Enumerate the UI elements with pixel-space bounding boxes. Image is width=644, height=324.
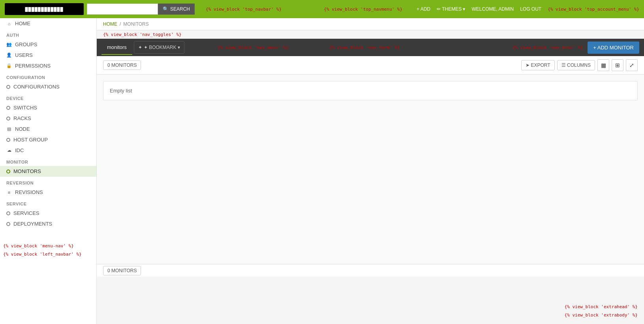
search-icon: 🔍 <box>163 6 169 12</box>
user-icon: 👤 <box>6 53 12 58</box>
sidebar-item-users[interactable]: 👤 USERS <box>0 50 96 60</box>
idc-icon: ☁ <box>6 148 12 153</box>
view-grid-button[interactable]: ▦ <box>597 59 609 71</box>
sidebar-item-deployments[interactable]: DEPLOYMENTS <box>0 219 96 229</box>
logout-link[interactable]: LOG OUT <box>520 6 541 12</box>
sidebar-section-auth: AUTH <box>0 29 96 39</box>
bottom-bar: 0 MONITORS <box>97 264 644 277</box>
action-bar-right: ➤ EXPORT ☰ COLUMNS ▦ ⊞ ⤢ <box>521 59 638 71</box>
annotation-top-navmenu: {% view_block 'top_navmenu' %} <box>324 7 402 12</box>
configurations-label: CONFIGURATIONS <box>13 84 60 90</box>
racks-icon <box>6 117 10 121</box>
sidebar-item-monitors[interactable]: MONITORS <box>0 166 96 177</box>
add-monitor-button[interactable]: + ADD MONITOR <box>588 41 639 54</box>
search-box: 🔍 SEARCH <box>87 4 195 15</box>
search-input[interactable] <box>87 4 158 15</box>
main-content: HOME / MONITORS {% view_block 'nav_toggl… <box>97 18 644 324</box>
sidebar-section-monitor: MONITOR <box>0 156 96 166</box>
nav-tabs-left: monitors ✦ ✦ BOOKMARK ▾ {% view_block 'n… <box>101 40 400 55</box>
columns-button[interactable]: ☰ COLUMNS <box>557 60 595 70</box>
sidebar-item-services[interactable]: SERVICES <box>0 208 96 219</box>
sidebar-item-home[interactable]: HOME <box>0 18 96 29</box>
monitors-icon <box>6 170 10 173</box>
add-link[interactable]: + ADD <box>417 6 430 12</box>
annotation-left-navbar: {% view_block 'left_navbar' %} <box>3 252 93 257</box>
top-navbar: ████████████ 🔍 SEARCH {% view_block 'top… <box>0 0 644 18</box>
breadcrumb-sep: / <box>120 21 121 27</box>
view-list-button[interactable]: ⊞ <box>612 59 623 71</box>
racks-label: RACKS <box>13 115 31 121</box>
group-icon: 👥 <box>6 42 12 47</box>
breadcrumb-current: MONITORS <box>123 21 148 27</box>
groups-label: GROUPS <box>15 41 37 47</box>
services-label: SERVICES <box>13 210 39 216</box>
annotation-menu-nav: {% view_block 'menu-nav' %} <box>3 243 93 249</box>
annotation-top-account: {% view_block 'top_account_menu' %} <box>548 7 639 12</box>
tab-bookmark[interactable]: ✦ ✦ BOOKMARK ▾ <box>134 41 184 54</box>
deployments-icon <box>6 222 10 226</box>
switchs-label: SWITCHS <box>13 105 37 111</box>
empty-list-message: Empty list <box>110 88 132 94</box>
sidebar-section-service: SERVICE <box>0 198 96 208</box>
sidebar-item-groups[interactable]: 👥 GROUPS <box>0 39 96 50</box>
idc-label: IDC <box>15 147 24 153</box>
users-label: USERS <box>15 52 33 58</box>
nav-right: {% view_block 'nav_btns' %} + ADD MONITO… <box>512 41 639 54</box>
sidebar-item-configurations[interactable]: CONFIGURATIONS <box>0 81 96 92</box>
search-label: SEARCH <box>170 6 190 12</box>
bookmark-label: ✦ BOOKMARK ▾ <box>144 45 180 50</box>
content-area: Empty list <box>97 75 644 264</box>
sidebar: HOME AUTH 👥 GROUPS 👤 USERS 🔒 PERMISSIONS… <box>0 18 97 324</box>
monitors-count-badge: 0 MONITORS <box>103 60 141 70</box>
sidebar-item-permissions[interactable]: 🔒 PERMISSIONS <box>0 60 96 71</box>
services-icon <box>6 211 10 215</box>
bookmark-icon: ✦ <box>138 45 142 50</box>
footer-right-annotations: {% view_block 'extrahead' %} {% view_blo… <box>565 304 638 318</box>
welcome-link[interactable]: WELCOME, ADMIN <box>472 6 514 12</box>
hostgroup-label: HOST GROUP <box>13 137 48 143</box>
sidebar-item-hostgroup[interactable]: HOST GROUP <box>0 134 96 145</box>
sidebar-item-idc[interactable]: ☁ IDC <box>0 145 96 156</box>
navbar-left: ████████████ 🔍 SEARCH {% view_block 'top… <box>5 3 282 15</box>
view-expand-button[interactable]: ⤢ <box>626 59 638 71</box>
configurations-icon <box>6 85 10 89</box>
annotation-top-navbar: {% view_block 'top_navbar' %} <box>206 7 282 12</box>
tab-monitors[interactable]: monitors <box>101 40 132 55</box>
navbar-right: {% view_block 'top_navmenu' %} + ADD ✏ T… <box>324 6 639 12</box>
action-bar-left: 0 MONITORS <box>103 60 141 70</box>
export-button[interactable]: ➤ EXPORT <box>521 60 554 70</box>
home-icon <box>6 21 12 26</box>
permissions-label: PERMISSIONS <box>15 63 51 69</box>
bottom-count-badge: 0 MONITORS <box>103 266 141 275</box>
sidebar-item-racks[interactable]: RACKS <box>0 113 96 124</box>
annotation-nav-toggles: {% view_block 'nav_toggles' %} <box>103 32 182 37</box>
sidebar-footer-annotations: {% view_block 'menu-nav' %} {% view_bloc… <box>0 237 96 263</box>
revisions-label: REVISIONS <box>15 189 43 195</box>
lock-icon: 🔒 <box>6 63 12 69</box>
annotation-nav-menu: {% view_block 'nav_menu' %} <box>218 45 288 50</box>
sidebar-section-configuration: CONFIGURATION <box>0 71 96 81</box>
annotation-extrabody: {% view_block 'extrabody' %} <box>565 313 638 318</box>
nav-tabs-bar: monitors ✦ ✦ BOOKMARK ▾ {% view_block 'n… <box>97 39 644 56</box>
revisions-icon: ≡ <box>6 190 12 195</box>
empty-list-panel: Empty list <box>103 81 638 100</box>
switchs-icon <box>6 106 10 110</box>
breadcrumb-home[interactable]: HOME <box>103 21 117 27</box>
sidebar-section-reversion: REVERSION <box>0 177 96 187</box>
annotation-area-nav-toggles: {% view_block 'nav_toggles' %} <box>97 30 644 39</box>
themes-link[interactable]: ✏ THEMES ▾ <box>437 6 465 12</box>
footer-annotations: {% view_block 'extrahead' %} {% view_blo… <box>97 277 644 324</box>
sidebar-item-revisions[interactable]: ≡ REVISIONS <box>0 187 96 198</box>
annotation-extrahead: {% view_block 'extrahead' %} <box>565 304 638 309</box>
search-button[interactable]: 🔍 SEARCH <box>158 4 195 15</box>
monitors-label: MONITORS <box>13 168 41 174</box>
sidebar-item-switchs[interactable]: SWITCHS <box>0 102 96 113</box>
annotation-nav-form: {% view_block 'nav_form' %} <box>329 45 400 50</box>
deployments-label: DEPLOYMENTS <box>13 221 52 227</box>
sidebar-item-node[interactable]: ▤ NODE <box>0 124 96 134</box>
logo: ████████████ <box>5 3 84 15</box>
hostgroup-icon <box>6 138 10 142</box>
annotation-nav-btns: {% view_block 'nav_btns' %} <box>512 45 583 50</box>
action-bar: 0 MONITORS ➤ EXPORT ☰ COLUMNS ▦ ⊞ ⤢ <box>97 56 644 75</box>
node-label: NODE <box>15 126 30 132</box>
